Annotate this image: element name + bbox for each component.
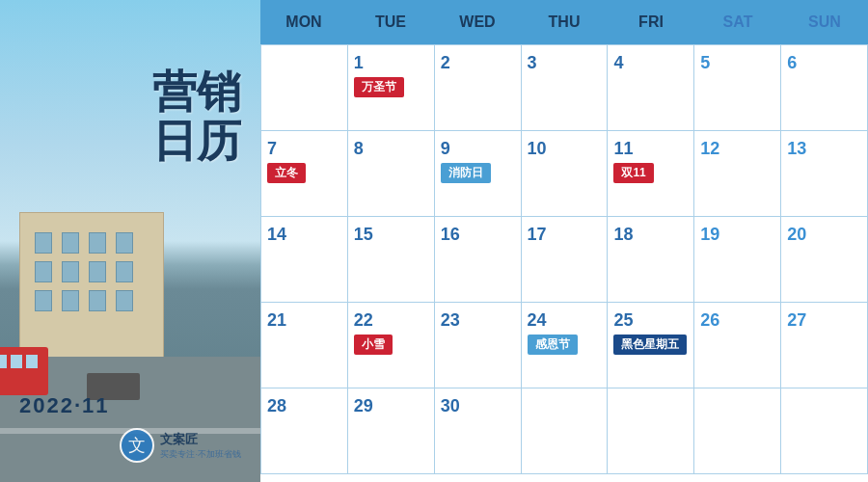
- day-number: 4: [613, 53, 688, 73]
- day-number: 8: [354, 139, 428, 159]
- day-number: 11: [613, 139, 688, 159]
- cal-cell: 6: [781, 45, 868, 131]
- cal-cell: [694, 388, 781, 474]
- event-badge: 黑色星期五: [613, 335, 687, 355]
- watermark-text-block: 文案匠 买卖专注·不加班省钱: [160, 431, 241, 461]
- event-badge: 双11: [613, 163, 653, 183]
- day-number: 14: [267, 225, 341, 245]
- title-line1: 营销: [19, 67, 241, 117]
- day-number: 12: [700, 139, 774, 159]
- header-cell-sat: SAT: [694, 0, 781, 44]
- cal-cell: [781, 388, 868, 474]
- cal-cell: 28: [261, 388, 348, 474]
- cal-cell: 10: [522, 131, 609, 217]
- event-badge: 立冬: [267, 163, 306, 183]
- day-number: 7: [267, 139, 341, 159]
- day-number: 23: [441, 310, 515, 331]
- header-cell-tue: TUE: [347, 0, 434, 44]
- watermark-icon: 文: [120, 428, 154, 463]
- day-number: 28: [267, 396, 341, 416]
- watermark-name: 文案匠: [160, 431, 241, 448]
- day-number: 3: [528, 53, 602, 73]
- calendar-body: 1万圣节234567立冬89消防日1011双111213141516171819…: [260, 44, 868, 474]
- day-number: 25: [613, 310, 688, 331]
- header-cell-thu: THU: [521, 0, 608, 44]
- day-number: 19: [700, 225, 774, 245]
- header-cell-mon: MON: [260, 0, 347, 44]
- title-block: 营销 日历: [19, 67, 241, 165]
- header-cell-sun: SUN: [781, 0, 868, 44]
- day-number: 15: [354, 225, 428, 245]
- calendar: MONTUEWEDTHUFRISATSUN 1万圣节234567立冬89消防日1…: [260, 0, 868, 482]
- cal-cell: 5: [694, 45, 781, 131]
- day-number: 20: [787, 225, 861, 245]
- day-number: 16: [441, 225, 515, 245]
- left-panel: 营销 日历 2022·11 文 文案匠 买卖专注·不加班省钱: [0, 0, 260, 482]
- bottom-info: 2022·11 文 文案匠 买卖专注·不加班省钱: [19, 393, 241, 463]
- cal-cell: 11双11: [608, 131, 694, 217]
- cal-cell: 26: [694, 303, 781, 388]
- cal-cell: 25黑色星期五: [608, 303, 694, 388]
- day-number: 6: [787, 53, 861, 73]
- day-number: 17: [528, 225, 602, 245]
- cal-cell: 20: [781, 217, 868, 303]
- cal-cell: 7立冬: [261, 131, 348, 217]
- day-number: 26: [700, 310, 774, 331]
- day-number: 22: [354, 310, 428, 331]
- header-cell-fri: FRI: [608, 0, 694, 44]
- cal-cell: 27: [781, 303, 868, 388]
- event-badge: 万圣节: [354, 77, 404, 97]
- cal-cell: 30: [435, 388, 522, 474]
- cal-cell: 21: [261, 303, 348, 388]
- cal-cell: 17: [522, 217, 609, 303]
- cal-cell: 3: [522, 45, 609, 131]
- day-number: 5: [700, 53, 774, 73]
- day-number: 2: [441, 53, 515, 73]
- cal-cell: 4: [608, 45, 694, 131]
- cal-cell: 15: [348, 217, 435, 303]
- cal-cell: 16: [435, 217, 522, 303]
- day-number: 18: [613, 225, 688, 245]
- cal-cell: 1万圣节: [348, 45, 435, 131]
- day-number: 24: [528, 310, 602, 331]
- cal-cell: 9消防日: [435, 131, 522, 217]
- watermark: 文 文案匠 买卖专注·不加班省钱: [19, 428, 241, 463]
- event-badge: 消防日: [441, 163, 491, 183]
- cal-cell: 22小雪: [348, 303, 435, 388]
- cal-cell: 19: [694, 217, 781, 303]
- cal-cell: 2: [435, 45, 522, 131]
- cal-cell: 12: [694, 131, 781, 217]
- cal-cell: 23: [435, 303, 522, 388]
- day-number: 30: [441, 396, 515, 416]
- cal-cell: [608, 388, 694, 474]
- watermark-tagline: 买卖专注·不加班省钱: [160, 448, 241, 461]
- cal-cell: [261, 45, 348, 131]
- year-month: 2022·11: [19, 393, 241, 418]
- day-number: 9: [441, 139, 515, 159]
- day-number: 1: [354, 53, 428, 73]
- event-badge: 小雪: [354, 335, 393, 355]
- day-number: 29: [354, 396, 428, 416]
- cal-cell: [522, 388, 609, 474]
- cal-cell: 18: [608, 217, 694, 303]
- cal-cell: 14: [261, 217, 348, 303]
- day-number: 10: [528, 139, 602, 159]
- header-cell-wed: WED: [434, 0, 521, 44]
- cal-cell: 13: [781, 131, 868, 217]
- day-number: 13: [787, 139, 861, 159]
- calendar-header: MONTUEWEDTHUFRISATSUN: [260, 0, 868, 44]
- cal-cell: 8: [348, 131, 435, 217]
- title-line2: 日历: [19, 117, 241, 166]
- day-number: 21: [267, 310, 341, 331]
- cal-cell: 29: [348, 388, 435, 474]
- cal-cell: 24感恩节: [522, 303, 609, 388]
- day-number: 27: [787, 310, 861, 331]
- event-badge: 感恩节: [528, 335, 578, 355]
